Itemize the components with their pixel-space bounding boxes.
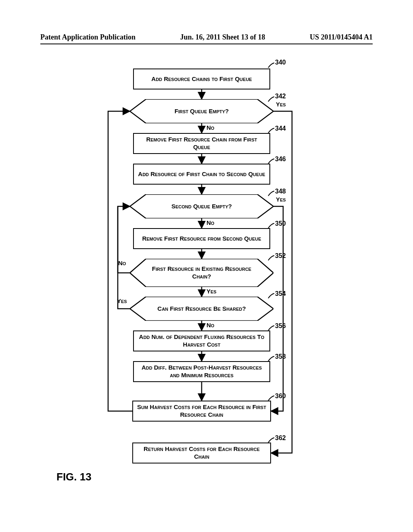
label-348-no: No [206, 219, 214, 226]
figure-label: FIG. 13 [56, 471, 92, 483]
node-text: First Queue Empty? [175, 108, 229, 115]
page-header: Patent Application Publication Jun. 16, … [40, 33, 373, 42]
decision-first-queue-empty: First Queue Empty? [130, 99, 273, 123]
process-add-diff-post-harvest: Add Diff. Between Post-Harvest Resources… [133, 361, 270, 382]
ref-348: 348 [275, 188, 286, 195]
node-text: Second Queue Empty? [171, 203, 232, 210]
process-remove-first-chain: Remove First Resource Chain from First Q… [133, 133, 270, 154]
ref-354: 354 [275, 290, 286, 297]
label-352-no: No [118, 260, 126, 266]
decision-second-queue-empty: Second Queue Empty? [130, 194, 273, 218]
ref-358: 358 [275, 353, 286, 360]
process-return-harvest-costs: Return Harvest Costs for Each Resource C… [132, 443, 271, 463]
process-sum-harvest-costs: Sum Harvest Costs for Each Resource in F… [132, 401, 271, 422]
process-remove-first-resource: Remove First Resource from Second Queue [133, 228, 270, 249]
ref-346: 346 [275, 156, 286, 163]
process-add-dependent-fluxing: Add Num. of Dependent Fluxing Resources … [133, 330, 270, 351]
label-354-yes: Yes [117, 297, 127, 304]
node-text: Sum Harvest Costs for Each Resource in F… [136, 403, 267, 419]
node-text: Remove First Resource from Second Queue [142, 235, 261, 243]
node-text: Add Resource of First Chain to Second Qu… [138, 170, 265, 178]
label-342-no: No [206, 124, 214, 131]
header-left: Patent Application Publication [40, 33, 136, 42]
ref-362: 362 [275, 434, 286, 442]
ref-342: 342 [275, 93, 286, 100]
node-text: Can First Resource Be Shared? [157, 305, 246, 313]
node-text: Add Resource Chains to First Queue [151, 75, 252, 83]
label-342-yes: Yes [276, 101, 286, 108]
process-add-chains-first-queue: Add Resource Chains to First Queue [133, 69, 270, 89]
process-add-resource-second-queue: Add Resource of First Chain to Second Qu… [133, 164, 270, 185]
node-text: Return Harvest Costs for Each Resource C… [136, 445, 267, 461]
ref-356: 356 [275, 322, 286, 330]
node-text: Remove First Resource Chain from First Q… [137, 136, 266, 151]
ref-352: 352 [275, 252, 286, 260]
ref-340: 340 [275, 59, 286, 66]
decision-first-resource-in-chain: First Resource in Existing Resource Chai… [130, 259, 273, 287]
header-center: Jun. 16, 2011 Sheet 13 of 18 [180, 33, 265, 42]
label-348-yes: Yes [276, 196, 286, 203]
node-text: Add Num. of Dependent Fluxing Resources … [137, 333, 266, 349]
label-354-no: No [206, 322, 214, 328]
node-text: Add Diff. Between Post-Harvest Resources… [137, 364, 266, 379]
decision-can-resource-be-shared: Can First Resource Be Shared? [130, 297, 273, 321]
header-right: US 2011/0145404 A1 [310, 33, 373, 42]
ref-344: 344 [275, 125, 286, 132]
ref-350: 350 [275, 220, 286, 227]
ref-360: 360 [275, 393, 286, 400]
label-352-yes: Yes [206, 288, 217, 295]
node-text: First Resource in Existing Resource Chai… [146, 265, 257, 281]
header-rule [40, 44, 373, 44]
